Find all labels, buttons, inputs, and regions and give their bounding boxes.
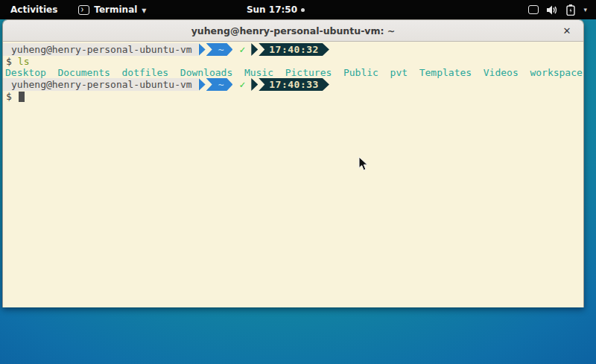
prompt-time-segment: 17:40:33 xyxy=(259,78,329,91)
activities-button[interactable]: Activities xyxy=(10,4,57,15)
typed-command: ls xyxy=(18,56,30,67)
prompt-path-segment: ~ xyxy=(206,43,233,56)
terminal-cursor xyxy=(19,92,25,102)
app-menu-label: Terminal xyxy=(94,4,137,15)
current-input-line: $ xyxy=(3,91,583,102)
ls-output-line: Desktop Documents dotfiles Downloads Mus… xyxy=(3,67,583,78)
powerline-arrow-icon xyxy=(251,43,258,56)
prompt-user-host: yuheng@henry-personal-ubuntu-vm xyxy=(3,78,198,91)
system-menu-chevron-icon: ▾ xyxy=(583,6,587,13)
powerline-arrow-icon xyxy=(199,43,206,56)
battery-charging-icon xyxy=(566,4,575,16)
system-status-area[interactable]: ▾ xyxy=(528,4,587,16)
prompt-line-2: yuheng@henry-personal-ubuntu-vm ~ ✓ 17:4… xyxy=(3,78,583,91)
powerline-arrow-icon xyxy=(251,78,258,91)
mouse-cursor xyxy=(358,156,368,171)
display-icon xyxy=(528,5,539,14)
volume-icon xyxy=(547,5,558,15)
window-titlebar[interactable]: yuheng@henry-personal-ubuntu-vm: ~ ✕ xyxy=(3,20,583,42)
prompt-time-segment: 17:40:32 xyxy=(259,43,329,56)
prompt-line-1: yuheng@henry-personal-ubuntu-vm ~ ✓ 17:4… xyxy=(3,43,583,56)
status-check-icon: ✓ xyxy=(239,43,245,56)
prompt-user-host: yuheng@henry-personal-ubuntu-vm xyxy=(3,43,198,56)
status-check-icon: ✓ xyxy=(239,78,245,91)
prompt-symbol: $ xyxy=(3,91,12,102)
prompt-path-segment: ~ xyxy=(206,78,233,91)
close-button[interactable]: ✕ xyxy=(558,20,576,42)
window-title: yuheng@henry-personal-ubuntu-vm: ~ xyxy=(191,25,396,36)
terminal-window: yuheng@henry-personal-ubuntu-vm: ~ ✕ yuh… xyxy=(2,19,584,307)
command-line: $ ls xyxy=(3,56,583,67)
terminal-body[interactable]: yuheng@henry-personal-ubuntu-vm ~ ✓ 17:4… xyxy=(3,42,583,307)
desktop: Activities ❯ Terminal ▼ Sun 17:50 ▾ xyxy=(0,0,596,364)
directory-list: Desktop Documents dotfiles Downloads Mus… xyxy=(3,67,583,78)
gnome-top-bar: Activities ❯ Terminal ▼ Sun 17:50 ▾ xyxy=(0,0,596,19)
clock-label: Sun 17:50 xyxy=(247,4,297,15)
powerline-arrow-icon xyxy=(199,78,206,91)
app-menu-terminal[interactable]: ❯ Terminal ▼ xyxy=(78,4,146,15)
notification-dot-icon xyxy=(301,8,305,12)
prompt-symbol: $ xyxy=(3,56,12,67)
terminal-icon: ❯ xyxy=(78,5,89,15)
chevron-down-icon: ▼ xyxy=(142,7,146,14)
